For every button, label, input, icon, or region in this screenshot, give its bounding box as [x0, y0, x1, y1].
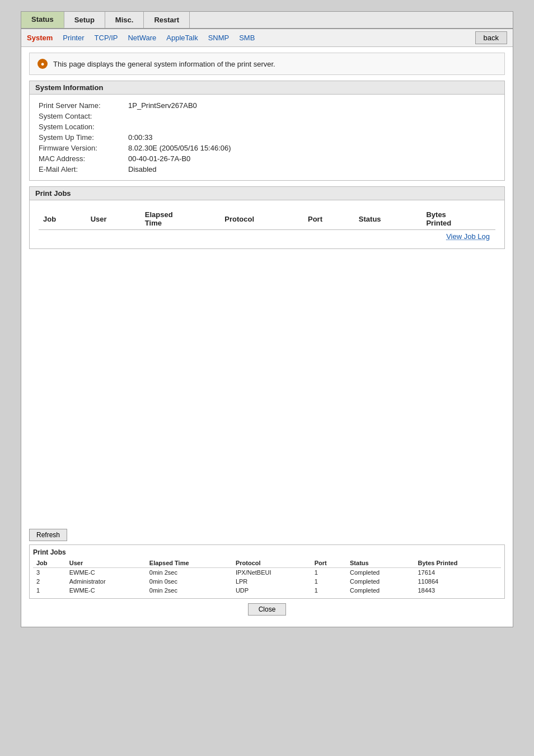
subnav-snmp[interactable]: SNMP	[208, 34, 229, 42]
info-row-location: System Location:	[39, 121, 495, 132]
print-jobs-section: Print Jobs Job User ElapsedTime Protocol…	[29, 186, 505, 249]
cell-job: 2	[33, 577, 66, 586]
subnav-netware[interactable]: NetWare	[128, 34, 156, 42]
cell-user: Administrator	[66, 577, 146, 586]
value-mac: 00-40-01-26-7A-B0	[128, 154, 190, 163]
value-server-name: 1P_PrintServ267AB0	[128, 101, 197, 110]
print-jobs-content: Job User ElapsedTime Protocol Port Statu…	[30, 200, 504, 248]
cell-protocol: IPX/NetBEUI	[232, 568, 311, 577]
close-button-row: Close	[29, 603, 505, 616]
info-row-contact: System Contact:	[39, 111, 495, 121]
view-job-log-container: View Job Log	[39, 230, 495, 243]
subnav-system[interactable]: System	[27, 34, 53, 42]
table-row: 1EWME-C0min 2secUDP1Completed18443	[33, 586, 501, 595]
cell-elapsed_time: 0min 2sec	[146, 586, 232, 595]
bottom-table-container: Print Jobs Job User Elapsed Time Protoco…	[29, 544, 505, 599]
bottom-col-status: Status	[346, 558, 414, 568]
cell-job: 3	[33, 568, 66, 577]
subnav-printer[interactable]: Printer	[63, 34, 84, 42]
cell-port: 1	[311, 586, 346, 595]
print-jobs-table: Job User ElapsedTime Protocol Port Statu…	[39, 208, 495, 230]
col-header-protocol: Protocol	[220, 208, 303, 230]
subnav-tcpip[interactable]: TCP/IP	[95, 34, 118, 42]
value-uptime: 0:00:33	[128, 133, 152, 142]
label-firmware: Firmware Version:	[39, 144, 128, 152]
info-row-uptime: System Up Time: 0:00:33	[39, 132, 495, 143]
cell-user: EWME-C	[66, 586, 146, 595]
cell-port: 1	[311, 577, 346, 586]
info-bar: ● This page displays the general system …	[29, 53, 505, 75]
bottom-col-protocol: Protocol	[232, 558, 311, 568]
info-row-email: E-Mail Alert: Disabled	[39, 164, 495, 175]
sub-nav: System Printer TCP/IP NetWare AppleTalk …	[21, 29, 513, 47]
value-email: Disabled	[128, 165, 157, 173]
col-header-elapsed: ElapsedTime	[140, 208, 220, 230]
cell-status: Completed	[346, 586, 414, 595]
close-button[interactable]: Close	[248, 603, 287, 616]
refresh-button[interactable]: Refresh	[29, 529, 67, 541]
bottom-print-jobs-table: Job User Elapsed Time Protocol Port Stat…	[33, 558, 501, 595]
bottom-print-jobs-title: Print Jobs	[33, 548, 501, 556]
info-row-server-name: Print Server Name: 1P_PrintServ267AB0	[39, 100, 495, 111]
tab-misc[interactable]: Misc.	[105, 12, 144, 28]
cell-bytes_printed: 18443	[414, 586, 501, 595]
col-header-status: Status	[354, 208, 422, 230]
bottom-col-bytes: Bytes Printed	[414, 558, 501, 568]
label-mac: MAC Address:	[39, 154, 128, 163]
label-location: System Location:	[39, 123, 128, 131]
bottom-col-user: User	[66, 558, 146, 568]
cell-bytes_printed: 110864	[414, 577, 501, 586]
cell-port: 1	[311, 568, 346, 577]
system-info-section: System Information Print Server Name: 1P…	[29, 81, 505, 181]
system-info-title: System Information	[30, 81, 504, 95]
subnav-smb[interactable]: SMB	[239, 34, 255, 42]
print-jobs-title: Print Jobs	[30, 187, 504, 200]
back-button[interactable]: back	[475, 31, 507, 44]
col-header-user: User	[86, 208, 140, 230]
system-info-content: Print Server Name: 1P_PrintServ267AB0 Sy…	[30, 95, 504, 180]
col-header-job: Job	[39, 208, 86, 230]
info-row-firmware: Firmware Version: 8.02.30E (2005/05/16 1…	[39, 143, 495, 153]
main-container: Status Setup Misc. Restart System Printe…	[21, 11, 513, 627]
bottom-col-port: Port	[311, 558, 346, 568]
bottom-area: Refresh Print Jobs Job User Elapsed Time…	[21, 529, 513, 616]
cell-elapsed_time: 0min 2sec	[146, 568, 232, 577]
cell-bytes_printed: 17614	[414, 568, 501, 577]
cell-protocol: LPR	[232, 577, 311, 586]
tab-status[interactable]: Status	[21, 12, 64, 28]
cell-user: EWME-C	[66, 568, 146, 577]
bottom-col-elapsed: Elapsed Time	[146, 558, 232, 568]
tab-restart[interactable]: Restart	[144, 12, 190, 28]
cell-elapsed_time: 0min 0sec	[146, 577, 232, 586]
top-nav: Status Setup Misc. Restart	[21, 12, 513, 29]
table-row: 2Administrator0min 0secLPR1Completed1108…	[33, 577, 501, 586]
col-header-bytes: BytesPrinted	[421, 208, 495, 230]
info-icon: ●	[38, 59, 48, 69]
label-contact: System Contact:	[39, 112, 128, 120]
cell-status: Completed	[346, 568, 414, 577]
table-row: 3EWME-C0min 2secIPX/NetBEUI1Completed176…	[33, 568, 501, 577]
subnav-appletalk[interactable]: AppleTalk	[166, 34, 198, 42]
info-row-mac: MAC Address: 00-40-01-26-7A-B0	[39, 153, 495, 164]
value-firmware: 8.02.30E (2005/05/16 15:46:06)	[128, 144, 231, 152]
cell-protocol: UDP	[232, 586, 311, 595]
label-email: E-Mail Alert:	[39, 165, 128, 173]
label-uptime: System Up Time:	[39, 133, 128, 142]
tab-setup[interactable]: Setup	[64, 12, 105, 28]
label-server-name: Print Server Name:	[39, 101, 128, 110]
col-header-port: Port	[303, 208, 354, 230]
bottom-col-job: Job	[33, 558, 66, 568]
cell-status: Completed	[346, 577, 414, 586]
info-message: This page displays the general system in…	[53, 60, 275, 68]
cell-job: 1	[33, 586, 66, 595]
view-job-log-link[interactable]: View Job Log	[446, 232, 490, 241]
